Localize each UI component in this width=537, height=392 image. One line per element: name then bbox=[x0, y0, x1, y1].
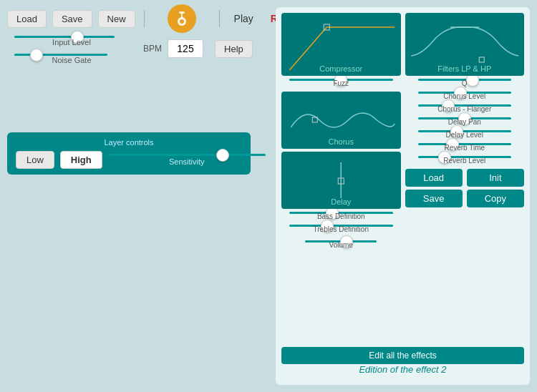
compressor-label: Compressor bbox=[281, 64, 401, 73]
reverb-level-label: Reverb Level bbox=[443, 157, 485, 165]
volume-label: Volume bbox=[329, 241, 353, 249]
edit-all-button[interactable]: Edit all the effects bbox=[281, 347, 524, 364]
bpm-input[interactable] bbox=[168, 39, 203, 58]
play-button[interactable]: Play bbox=[228, 10, 259, 27]
fuzz-section: Fuzz bbox=[281, 79, 401, 89]
effects-title: Edition of the effect 2 bbox=[281, 364, 524, 375]
bpm-section: BPM Help bbox=[143, 39, 253, 58]
effects-init-button[interactable]: Init bbox=[467, 169, 524, 187]
layer-controls-title: Layer controls bbox=[16, 138, 242, 147]
filters-label: Filters LP & HP bbox=[405, 64, 525, 73]
input-level-section: Input Level bbox=[7, 36, 136, 46]
help-button[interactable]: Help bbox=[215, 40, 253, 58]
save-copy-row: Save Copy bbox=[405, 190, 525, 207]
delay-label: Delay bbox=[281, 197, 401, 206]
sensitivity-label: Sensitivity bbox=[169, 157, 205, 166]
chorus-label: Chorus bbox=[281, 137, 401, 146]
sensitivity-slider-wrap: Sensitivity bbox=[108, 154, 266, 166]
reverb-level-section: Reverb Level bbox=[405, 156, 525, 166]
divider-right bbox=[219, 10, 220, 27]
trebles-label: Trebles Definition bbox=[314, 225, 369, 233]
svg-point-1 bbox=[180, 19, 184, 24]
fuzz-label: Fuzz bbox=[333, 79, 349, 87]
load-button[interactable]: Load bbox=[7, 10, 47, 28]
layer-controls-box: Layer controls Low High Sensitivity bbox=[7, 132, 251, 175]
effects-panel: Compressor Fuzz Chorus bbox=[276, 7, 530, 385]
filters-box[interactable]: Filters LP & HP bbox=[405, 13, 525, 76]
chorus-box[interactable]: Chorus bbox=[281, 92, 401, 149]
new-button[interactable]: New bbox=[98, 10, 135, 28]
sensitivity-slider[interactable] bbox=[108, 154, 266, 156]
guitar-icon bbox=[168, 4, 196, 33]
trebles-section: Trebles Definition bbox=[281, 225, 401, 235]
effects-save-button[interactable]: Save bbox=[405, 190, 463, 207]
load-init-row: Load Init bbox=[405, 169, 525, 187]
divider-left bbox=[144, 10, 145, 27]
effects-load-button[interactable]: Load bbox=[405, 169, 463, 187]
svg-rect-3 bbox=[179, 11, 185, 14]
bpm-row: BPM Help bbox=[143, 39, 253, 58]
svg-rect-10 bbox=[479, 57, 484, 62]
effects-copy-button[interactable]: Copy bbox=[467, 190, 524, 207]
volume-section: Volume bbox=[281, 240, 401, 250]
bpm-label: BPM bbox=[143, 44, 162, 54]
delay-box[interactable]: Delay bbox=[281, 152, 401, 209]
top-sliders-panel: Input Level Noise Gate bbox=[7, 36, 136, 72]
noise-gate-section: Noise Gate bbox=[7, 54, 136, 64]
high-button[interactable]: High bbox=[60, 151, 102, 169]
save-button[interactable]: Save bbox=[52, 10, 92, 28]
layer-btn-row: Low High Sensitivity bbox=[16, 151, 242, 169]
compressor-box[interactable]: Compressor bbox=[281, 13, 401, 76]
low-button[interactable]: Low bbox=[16, 151, 54, 169]
